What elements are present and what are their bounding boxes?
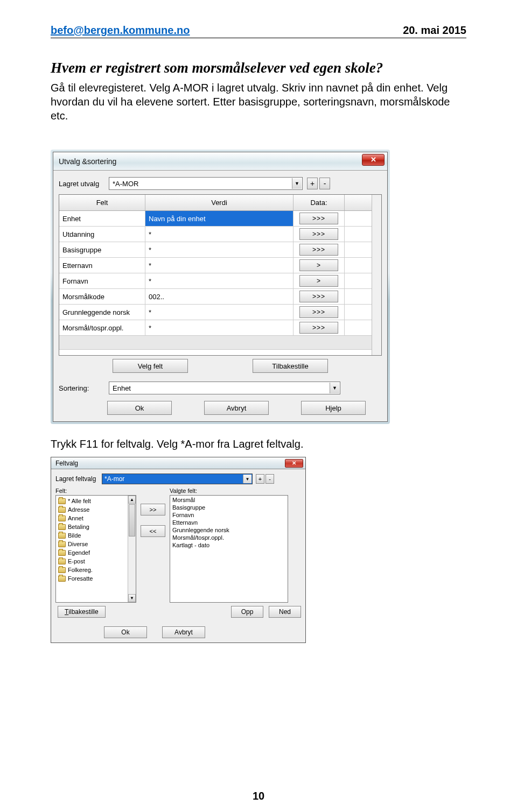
grid-row[interactable]: Morsmål/tospr.oppl.*>>>	[59, 320, 372, 336]
remove-field-button[interactable]: <<	[141, 525, 165, 537]
list-item[interactable]: Etternavn	[172, 519, 285, 527]
ned-button[interactable]: Ned	[269, 606, 301, 618]
intro-paragraph: Gå til elevregisteret. Velg A-MOR i lagr…	[51, 81, 466, 123]
cell-data: >>>	[294, 227, 345, 242]
add-feltvalg-button[interactable]: +	[256, 474, 264, 484]
grid-row[interactable]: Morsmålkode002..>>>	[59, 289, 372, 305]
close-button[interactable]: ✕	[362, 154, 385, 166]
tilbakestille-button[interactable]: Tilbakestille	[253, 359, 328, 373]
list-item[interactable]: E-post	[56, 557, 128, 566]
list-item[interactable]: Diverse	[56, 540, 128, 548]
valgte-felt-listbox[interactable]: MorsmålBasisgruppeFornavnEtternavnGrunnl…	[170, 495, 288, 603]
grid-scrollbar[interactable]	[372, 195, 381, 355]
data-button[interactable]: >>>	[299, 322, 338, 334]
list-item[interactable]: Bilde	[56, 531, 128, 540]
data-button[interactable]: >>>	[299, 228, 338, 240]
cell-data: >>>	[294, 242, 345, 257]
grid-row[interactable]: Fornavn*>	[59, 273, 372, 289]
lagret-feltvalg-label: Lagret feltvalg	[55, 475, 99, 483]
felt-listbox[interactable]: * Alle feltAdresseAnnetBetalingBildeDive…	[55, 495, 136, 603]
cell-verdi[interactable]: *	[145, 320, 294, 335]
data-button[interactable]: >>>	[299, 213, 338, 224]
list-item[interactable]: Adresse	[56, 505, 128, 514]
dialog-feltvalg-titlebar: Feltvalg ✕	[51, 457, 305, 469]
add-utvalg-button[interactable]: +	[307, 178, 318, 189]
grid-row[interactable]: Basisgruppe*>>>	[59, 242, 372, 258]
cell-data: >	[294, 258, 345, 273]
lagret-feltvalg-value: *A-mor	[104, 475, 124, 483]
grid-row[interactable]: Utdanning*>>>	[59, 227, 372, 242]
scroll-thumb[interactable]	[129, 504, 135, 536]
cell-verdi[interactable]: *	[145, 273, 294, 288]
cell-felt: Utdanning	[59, 227, 145, 242]
cell-data: >>>	[294, 289, 345, 304]
folder-icon	[58, 567, 66, 573]
data-button[interactable]: >	[299, 259, 338, 271]
folder-icon	[58, 507, 66, 513]
data-button[interactable]: >>>	[299, 244, 338, 256]
header-email-link[interactable]: befo@bergen.kommune.no	[51, 24, 190, 37]
remove-feltvalg-button[interactable]: -	[266, 474, 274, 484]
list-item[interactable]: * Alle felt	[56, 497, 128, 505]
cell-verdi[interactable]: Navn på din enhet	[145, 211, 294, 226]
cell-verdi[interactable]: *	[145, 227, 294, 242]
ok-button[interactable]: Ok	[107, 401, 172, 415]
lagret-feltvalg-combo[interactable]: *A-mor ▼	[102, 474, 253, 484]
dialog-utvalg: Utvalg &sortering ✕ Lagret utvalg *A-MOR…	[51, 150, 390, 424]
close-button[interactable]: ✕	[285, 459, 303, 468]
list-item[interactable]: Foresatte	[56, 574, 128, 583]
data-button[interactable]: >	[299, 275, 338, 287]
remove-utvalg-button[interactable]: -	[319, 178, 330, 189]
data-button[interactable]: >>>	[299, 291, 338, 302]
list-item[interactable]: Grunnleggende norsk	[172, 527, 285, 534]
list-item[interactable]: Annet	[56, 514, 128, 522]
scroll-up-icon[interactable]: ▲	[128, 496, 136, 504]
cell-verdi[interactable]: 002..	[145, 289, 294, 304]
list-item[interactable]: Egendef	[56, 548, 128, 557]
sortering-value: Enhet	[113, 384, 131, 392]
list-item[interactable]: Fornavn	[172, 512, 285, 519]
list-item[interactable]: Betaling	[56, 522, 128, 531]
cell-felt: Grunnleggende norsk	[59, 305, 145, 320]
header-divider	[51, 38, 466, 38]
avbryt-button[interactable]: Avbryt	[162, 626, 205, 638]
dialog-feltvalg: Feltvalg ✕ Lagret feltvalg *A-mor ▼ + -	[51, 457, 306, 643]
data-button[interactable]: >>>	[299, 306, 338, 318]
col-data-header: Data:	[294, 195, 345, 210]
ok-button[interactable]: Ok	[104, 626, 147, 638]
cell-verdi[interactable]: *	[145, 242, 294, 257]
cell-felt: Morsmålkode	[59, 289, 145, 304]
cell-data: >>>	[294, 211, 345, 226]
avbryt-button[interactable]: Avbryt	[204, 401, 269, 415]
opp-button[interactable]: Opp	[231, 606, 263, 618]
list-item[interactable]: Kartlagt - dato	[172, 542, 285, 549]
list-item[interactable]: Folkereg.	[56, 566, 128, 574]
tilbakestille-button[interactable]: Tilbakestille	[58, 606, 106, 618]
valgte-felt-label: Valgte felt:	[170, 488, 288, 494]
scroll-down-icon[interactable]: ▼	[128, 594, 136, 602]
grid-row[interactable]: Grunnleggende norsk*>>>	[59, 305, 372, 320]
cell-verdi[interactable]: *	[145, 258, 294, 273]
filter-grid: Felt Verdi Data: EnhetNavn på din enhet>…	[59, 194, 382, 356]
felt-scrollbar[interactable]: ▲ ▼	[128, 496, 136, 602]
list-item-label: Annet	[68, 515, 83, 521]
hjelp-button[interactable]: Hjelp	[301, 401, 366, 415]
page-header: befo@bergen.kommune.no 20. mai 2015	[51, 24, 466, 37]
list-item[interactable]: Morsmål/tospr.oppl.	[172, 534, 285, 542]
grid-header: Felt Verdi Data:	[59, 195, 372, 211]
sortering-label: Sortering:	[59, 384, 104, 392]
list-item-label: Folkereg.	[68, 567, 93, 573]
chevron-down-icon: ▼	[330, 383, 339, 393]
lagret-utvalg-combo[interactable]: *A-MOR ▼	[109, 177, 303, 190]
list-item[interactable]: Morsmål	[172, 497, 285, 504]
velg-felt-button[interactable]: Velg felt	[113, 359, 188, 373]
add-field-button[interactable]: >>	[141, 504, 165, 516]
grid-row[interactable]: Etternavn*>	[59, 258, 372, 273]
sortering-combo[interactable]: Enhet ▼	[109, 382, 340, 394]
cell-felt: Etternavn	[59, 258, 145, 273]
list-item-label: Adresse	[68, 506, 89, 513]
cell-verdi[interactable]: *	[145, 305, 294, 320]
list-item-label: Betaling	[68, 524, 89, 530]
grid-row[interactable]: EnhetNavn på din enhet>>>	[59, 211, 372, 227]
list-item[interactable]: Basisgruppe	[172, 504, 285, 512]
